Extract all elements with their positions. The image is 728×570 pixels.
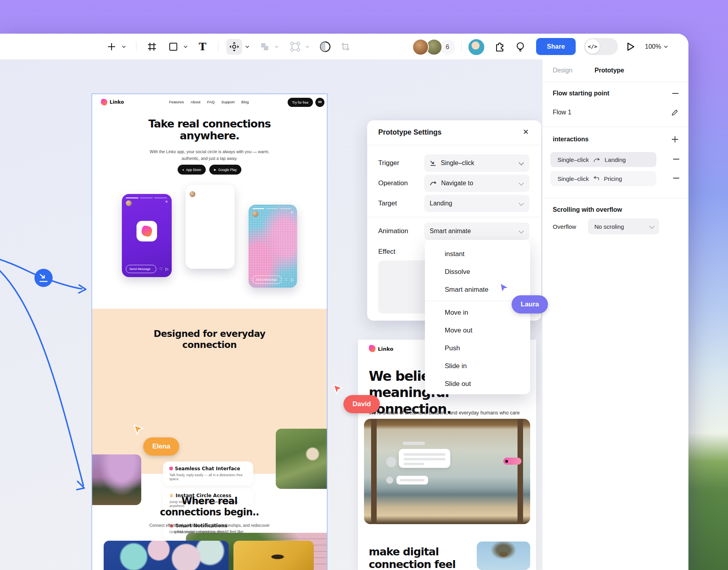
chat-avatar-skeleton bbox=[386, 477, 393, 484]
send-icon: ▷ bbox=[291, 277, 294, 282]
frame-landing[interactable]: Linko Features About FAQ Support Blog Tr… bbox=[92, 94, 327, 570]
insert-chevron-icon[interactable] bbox=[120, 34, 127, 59]
text-tool-icon[interactable]: T bbox=[197, 34, 208, 59]
send-message-input: Send Message bbox=[252, 276, 282, 284]
feature-card-title: Seamless Chat Interface bbox=[175, 466, 240, 471]
move-tool-icon[interactable] bbox=[226, 39, 242, 55]
target-value: Landing bbox=[430, 200, 452, 207]
collapse-minus-icon[interactable] bbox=[672, 93, 679, 94]
cursor-name: Elena bbox=[152, 443, 170, 450]
apple-icon: ● bbox=[182, 168, 184, 171]
site-nav: Features About FAQ Support Blog bbox=[163, 100, 254, 104]
share-button[interactable]: Share bbox=[536, 38, 576, 55]
story-avatar bbox=[126, 200, 132, 206]
begin-title: Where real connections begin.. bbox=[92, 496, 327, 518]
david-cursor-label: David bbox=[343, 395, 380, 413]
about-tagline-line1: make digital bbox=[369, 545, 495, 558]
shape-tool-icon[interactable] bbox=[168, 34, 179, 59]
remove-interaction-icon[interactable] bbox=[673, 159, 679, 160]
begin-subtitle-line1: Connect effortlessly, build meaningful r… bbox=[92, 522, 327, 529]
crop-tool-icon[interactable] bbox=[339, 34, 351, 59]
dropdown-option[interactable]: Slide out bbox=[425, 375, 530, 393]
collaborator-avatar[interactable] bbox=[412, 39, 429, 55]
chat-icon bbox=[169, 467, 173, 470]
code-toggle-knob: </> bbox=[585, 39, 600, 54]
linko-logo-icon bbox=[368, 344, 376, 352]
insert-plus-icon[interactable] bbox=[106, 34, 117, 59]
features-title-line2: connection bbox=[92, 340, 327, 351]
dropdown-option[interactable]: Dissolve bbox=[425, 263, 530, 281]
zoom-control[interactable]: 100% bbox=[645, 34, 668, 59]
feature-card-desc: Talk freely, reply easily — all in a dis… bbox=[169, 473, 247, 481]
collab-count: 6 bbox=[446, 44, 449, 51]
overflow-select[interactable]: No scroling bbox=[588, 218, 659, 234]
send-message-input: Send Message bbox=[190, 256, 219, 265]
modal-title: Prototype Settings bbox=[378, 128, 442, 137]
move-chevron-icon[interactable] bbox=[244, 34, 251, 59]
operation-select[interactable]: Navigate to bbox=[424, 175, 529, 192]
dropdown-option[interactable]: instant bbox=[425, 245, 530, 263]
play-icon: ▶ bbox=[214, 168, 216, 171]
vector-chevron-icon[interactable] bbox=[304, 34, 311, 59]
chevron-down-icon bbox=[519, 180, 524, 186]
tab-design[interactable]: Design bbox=[553, 67, 573, 74]
modal-close-icon[interactable]: × bbox=[520, 126, 532, 138]
hero-subtitle: With the Linko app, your social circle i… bbox=[92, 148, 327, 162]
flow-name[interactable]: Flow 1 bbox=[553, 109, 571, 116]
story-phone-purple: × Send Message♡▷ bbox=[122, 194, 172, 277]
canvas[interactable]: Linko Features About FAQ Support Blog Tr… bbox=[0, 59, 542, 570]
vector-tool-icon[interactable] bbox=[289, 34, 301, 59]
shape-chevron-icon[interactable] bbox=[182, 34, 189, 59]
code-glyph: </> bbox=[588, 44, 597, 49]
field-label-target: Target bbox=[378, 200, 397, 207]
animation-value: Smart animate bbox=[430, 228, 471, 235]
present-play-icon[interactable] bbox=[624, 34, 637, 59]
begin-subtitle-line2: what social networking should feel like. bbox=[92, 529, 327, 535]
laura-cursor-label: Laura bbox=[512, 295, 548, 314]
zoom-level: 100% bbox=[645, 43, 661, 50]
remove-interaction-icon[interactable] bbox=[673, 178, 679, 179]
dropdown-option[interactable]: Move out bbox=[425, 321, 530, 339]
heart-icon: ♡ bbox=[222, 258, 226, 263]
boolean-union-icon[interactable] bbox=[259, 34, 271, 59]
field-label-animation: Animation bbox=[378, 227, 408, 235]
toolbar: T bbox=[0, 34, 688, 60]
modal-divider bbox=[367, 145, 541, 145]
story-close-icon: × bbox=[228, 190, 231, 195]
dev-mode-toggle[interactable]: </> bbox=[584, 38, 618, 55]
story-phone-gradient: × Send Message♡▷ bbox=[248, 205, 297, 288]
trigger-select[interactable]: Single–click bbox=[424, 154, 529, 172]
features-title-line1: Designed for everyday bbox=[92, 329, 327, 340]
animation-select[interactable]: Smart animate bbox=[424, 222, 529, 240]
share-label: Share bbox=[547, 43, 565, 50]
scrolling-section-title: Scrolling with overflow bbox=[553, 206, 622, 213]
toolbar-divider bbox=[136, 42, 136, 51]
frame-tool-icon[interactable] bbox=[146, 34, 158, 59]
animation-dropdown: instant Dissolve Smart animate Move in M… bbox=[425, 240, 530, 394]
send-icon: ▷ bbox=[228, 258, 231, 263]
current-user-avatar[interactable] bbox=[468, 38, 485, 56]
linko-logo-icon bbox=[100, 99, 108, 106]
nav-link: Support bbox=[222, 100, 235, 104]
dropdown-option[interactable]: Slide in bbox=[425, 357, 530, 375]
edit-pencil-icon[interactable] bbox=[671, 109, 679, 116]
overflow-label: Overflow bbox=[553, 223, 576, 230]
dropdown-option[interactable]: Push bbox=[425, 339, 530, 357]
add-interaction-icon[interactable] bbox=[671, 136, 679, 143]
story-avatar bbox=[190, 191, 195, 197]
cursor-name: Laura bbox=[521, 300, 539, 308]
dropdown-option[interactable]: Smart animate bbox=[425, 281, 530, 298]
plugins-puzzle-icon[interactable] bbox=[493, 34, 506, 59]
tab-prototype[interactable]: Prototype bbox=[595, 67, 624, 74]
about-tagline: make digital connection feel bbox=[369, 545, 495, 570]
begin-title-line2: connections begin.. bbox=[92, 507, 327, 518]
lightbulb-icon[interactable] bbox=[514, 34, 527, 59]
interaction-row-pricing[interactable]: Single–click Pricing bbox=[550, 171, 656, 186]
interaction-badge[interactable] bbox=[34, 269, 53, 287]
features-title: Designed for everyday connection bbox=[92, 329, 327, 350]
interaction-row-landing[interactable]: Single–click Landing bbox=[550, 152, 656, 167]
heart-icon: ♡ bbox=[284, 277, 288, 282]
mask-contrast-icon[interactable] bbox=[319, 34, 332, 59]
boolean-chevron-icon[interactable] bbox=[273, 34, 280, 59]
target-select[interactable]: Landing bbox=[424, 195, 529, 212]
